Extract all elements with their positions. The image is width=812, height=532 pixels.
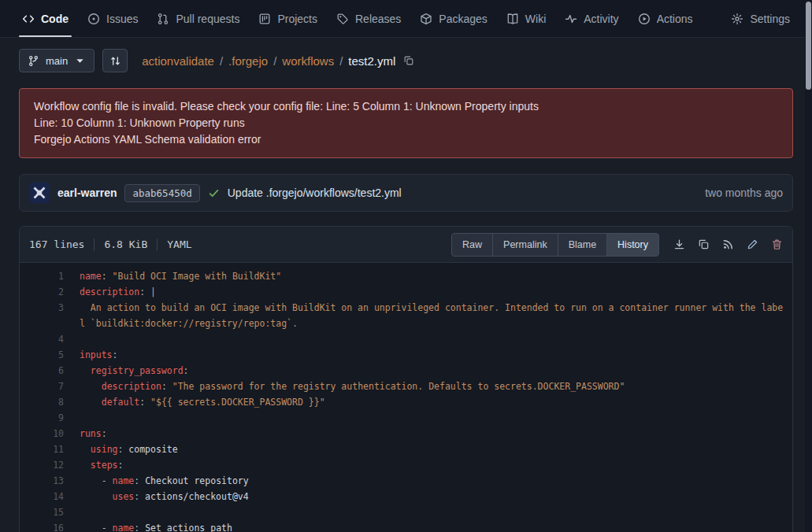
line-number[interactable]: 3	[20, 300, 64, 331]
latest-commit-bar: earl-warren abab65450d Update .forgejo/w…	[19, 174, 793, 212]
meta-divider	[157, 238, 158, 251]
tab-label: Issues	[106, 13, 138, 25]
commit-message[interactable]: Update .forgejo/workflows/test2.yml	[228, 187, 402, 199]
commit-author[interactable]: earl-warren	[57, 187, 117, 199]
tab-code[interactable]: Code	[13, 0, 78, 37]
line-number[interactable]: 4	[20, 331, 64, 347]
breadcrumb-item-workflows[interactable]: workflows	[282, 54, 334, 68]
nav-spacer	[703, 0, 722, 37]
line-number[interactable]: 12	[20, 457, 64, 473]
breadcrumb-separator: /	[339, 54, 343, 68]
tab-label: Packages	[439, 13, 487, 25]
line-number[interactable]: 1	[20, 268, 64, 284]
code-line: 4	[20, 331, 792, 347]
code-line: 5inputs:	[20, 347, 792, 363]
line-content: An action to build an OCI image with Bui…	[64, 300, 792, 331]
line-content: name: "Build OCI Image with BuildKit"	[64, 268, 792, 284]
line-number[interactable]: 16	[20, 520, 64, 532]
commit-status-check-icon[interactable]	[208, 187, 220, 199]
file-view-buttons: RawPermalinkBlameHistory	[451, 233, 659, 257]
tab-label: Actions	[657, 13, 693, 25]
raw-button[interactable]: Raw	[451, 233, 493, 257]
code-viewer: 1name: "Build OCI Image with BuildKit"2d…	[20, 263, 792, 532]
breadcrumb-item--forgejo[interactable]: .forgejo	[228, 54, 268, 68]
line-number[interactable]: 8	[20, 394, 64, 410]
line-number[interactable]: 10	[20, 426, 64, 441]
tab-label: Pull requests	[176, 13, 239, 25]
copy-path-icon[interactable]	[403, 55, 414, 66]
file-header: 167 lines 6.8 KiB YAML RawPermalinkBlame…	[20, 227, 792, 263]
line-content: default: "${{ secrets.DOCKER_PASSWORD }}…	[64, 394, 792, 410]
tab-packages[interactable]: Packages	[410, 0, 496, 37]
line-content	[64, 331, 792, 347]
branch-icon	[28, 55, 39, 67]
line-content: inputs:	[64, 347, 792, 363]
tab-activity[interactable]: Activity	[555, 0, 628, 37]
avatar[interactable]	[29, 183, 50, 203]
tab-releases[interactable]: Releases	[327, 0, 410, 37]
line-content: runs:	[64, 426, 792, 441]
tab-pull-requests[interactable]: Pull requests	[147, 0, 249, 37]
rss-icon[interactable]	[722, 238, 734, 250]
tab-wiki[interactable]: Wiki	[497, 0, 555, 37]
repo-toolbar: main actionvalidate/.forgejo/workflows/t…	[0, 38, 812, 82]
trash-icon[interactable]	[771, 238, 783, 250]
compare-icon	[109, 55, 121, 67]
tab-label: Wiki	[525, 13, 546, 25]
commit-hash-button[interactable]: abab65450d	[124, 184, 199, 202]
error-banner-line: Line: 10 Column 1: Unknown Property runs	[34, 115, 778, 131]
line-number[interactable]: 7	[20, 379, 64, 394]
projects-icon	[258, 13, 271, 25]
packages-icon	[420, 13, 432, 25]
settings-icon	[731, 13, 743, 25]
commit-time: two months ago	[705, 187, 783, 199]
line-number[interactable]: 2	[20, 284, 64, 300]
code-line: 7 description: "The password for the reg…	[20, 379, 792, 394]
line-number[interactable]: 9	[20, 410, 64, 426]
line-number[interactable]: 13	[20, 473, 64, 489]
breadcrumb-item-actionvalidate[interactable]: actionvalidate	[142, 54, 214, 68]
scrollbar-thumb[interactable]	[806, 2, 811, 90]
copy-icon[interactable]	[698, 238, 710, 250]
tab-issues[interactable]: Issues	[78, 0, 147, 37]
wiki-icon	[506, 13, 519, 25]
branch-selector[interactable]: main	[19, 49, 95, 72]
line-number[interactable]: 11	[20, 441, 64, 457]
code-line: 9	[20, 410, 792, 426]
download-icon[interactable]	[673, 238, 685, 250]
tab-settings[interactable]: Settings	[721, 0, 799, 37]
blame-button[interactable]: Blame	[558, 233, 607, 257]
chevron-down-icon	[74, 55, 86, 67]
compare-button[interactable]	[102, 49, 128, 72]
actions-icon	[638, 13, 651, 25]
code-line: 6 registry_password:	[20, 363, 792, 379]
breadcrumb-separator: /	[220, 54, 223, 68]
line-number[interactable]: 5	[20, 347, 64, 363]
line-content: steps:	[64, 457, 792, 473]
error-banner-line: Forgejo Actions YAML Schema validation e…	[34, 131, 778, 148]
tab-actions[interactable]: Actions	[628, 0, 703, 37]
code-line: 12 steps:	[20, 457, 792, 473]
line-number[interactable]: 14	[20, 489, 64, 504]
line-content: description: |	[64, 284, 792, 300]
repo-nav: CodeIssuesPull requestsProjectsReleasesP…	[0, 0, 812, 38]
releases-icon	[336, 13, 349, 25]
line-content	[64, 504, 792, 520]
file-meta: 167 lines 6.8 KiB YAML	[29, 238, 192, 251]
line-content	[64, 410, 792, 426]
code-icon	[22, 13, 35, 25]
line-content: description: "The password for the regis…	[64, 379, 792, 394]
code-line: 1name: "Build OCI Image with BuildKit"	[20, 268, 792, 284]
tab-projects[interactable]: Projects	[249, 0, 327, 37]
line-number[interactable]: 6	[20, 363, 64, 379]
line-number[interactable]: 15	[20, 504, 64, 520]
scrollbar[interactable]	[805, 0, 812, 532]
pencil-icon[interactable]	[747, 238, 758, 250]
issue-icon	[87, 13, 100, 25]
line-content: using: composite	[64, 441, 792, 457]
code-line: 16 - name: Set actions path	[20, 520, 792, 532]
tab-label: Settings	[750, 13, 790, 25]
error-banner: Workflow config file is invalid. Please …	[19, 88, 793, 158]
history-button[interactable]: History	[606, 233, 659, 257]
permalink-button[interactable]: Permalink	[492, 233, 558, 257]
